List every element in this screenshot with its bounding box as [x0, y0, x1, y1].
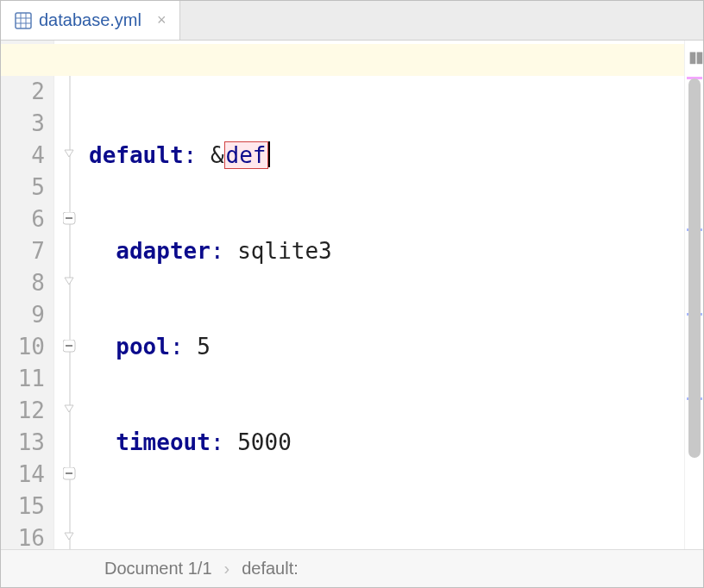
fold-toggle-icon[interactable] [63, 467, 77, 481]
line-number: 12 [1, 395, 45, 427]
breadcrumb-separator-icon: › [224, 559, 230, 579]
editor-window: database.yml × 1 2 3 4 5 6 7 8 9 10 11 1… [0, 0, 704, 588]
line-number: 4 [1, 140, 45, 172]
fold-end-icon [63, 531, 77, 545]
yaml-key: default [89, 142, 184, 168]
svg-marker-13 [65, 405, 73, 412]
line-number: 2 [1, 76, 45, 108]
scrollbar-track[interactable] [688, 78, 701, 546]
fold-end-icon [63, 148, 77, 162]
yaml-value: 5000 [237, 429, 292, 455]
yaml-file-icon [15, 12, 32, 29]
status-bar: Document 1/1 › default: [1, 549, 703, 587]
svg-marker-10 [65, 278, 73, 285]
line-number: 8 [1, 267, 45, 299]
line-number: 5 [1, 172, 45, 203]
yaml-value: sqlite3 [237, 238, 332, 264]
status-doc-position: Document 1/1 [104, 559, 212, 579]
close-tab-icon[interactable]: × [157, 11, 167, 29]
tab-bar: database.yml × [1, 1, 703, 41]
file-tab-label: database.yml [39, 10, 141, 30]
line-number: 3 [1, 108, 45, 140]
status-breadcrumb-path[interactable]: default: [242, 559, 299, 579]
yaml-anchor: def [224, 141, 268, 169]
line-number: 15 [1, 491, 45, 522]
fold-end-icon [63, 403, 77, 417]
line-number: 7 [1, 235, 45, 267]
code-area: 1 2 3 4 5 6 7 8 9 10 11 12 13 14 15 16 [1, 41, 703, 549]
line-number: 14 [1, 459, 45, 491]
svg-marker-7 [65, 150, 73, 157]
svg-marker-16 [65, 533, 73, 540]
fold-toggle-icon[interactable] [63, 212, 77, 226]
line-number: 10 [1, 331, 45, 363]
fold-toggle-icon[interactable] [63, 340, 77, 353]
yaml-key: pool [116, 334, 170, 360]
line-number: 6 [1, 203, 45, 235]
file-tab[interactable]: database.yml × [1, 1, 180, 40]
line-number: 13 [1, 427, 45, 459]
fold-strip [54, 41, 89, 549]
fold-end-icon [63, 276, 77, 290]
yaml-key: adapter [116, 238, 211, 264]
scrollbar-thumb[interactable] [688, 78, 701, 458]
editor-right-gutter: ▮▮ [684, 41, 703, 549]
line-number: 11 [1, 363, 45, 395]
yaml-key: timeout [116, 429, 211, 455]
text-cursor [268, 141, 270, 167]
pause-icon[interactable]: ▮▮ [688, 47, 702, 66]
line-number-gutter: 1 2 3 4 5 6 7 8 9 10 11 12 13 14 15 16 [1, 41, 54, 549]
svg-rect-0 [16, 13, 31, 28]
code-text[interactable]: default: &def adapter: sqlite3 pool: 5 t… [89, 41, 684, 549]
line-number: 16 [1, 522, 45, 549]
yaml-value: 5 [197, 334, 211, 360]
line-number: 9 [1, 299, 45, 331]
current-line-highlight [1, 44, 703, 76]
